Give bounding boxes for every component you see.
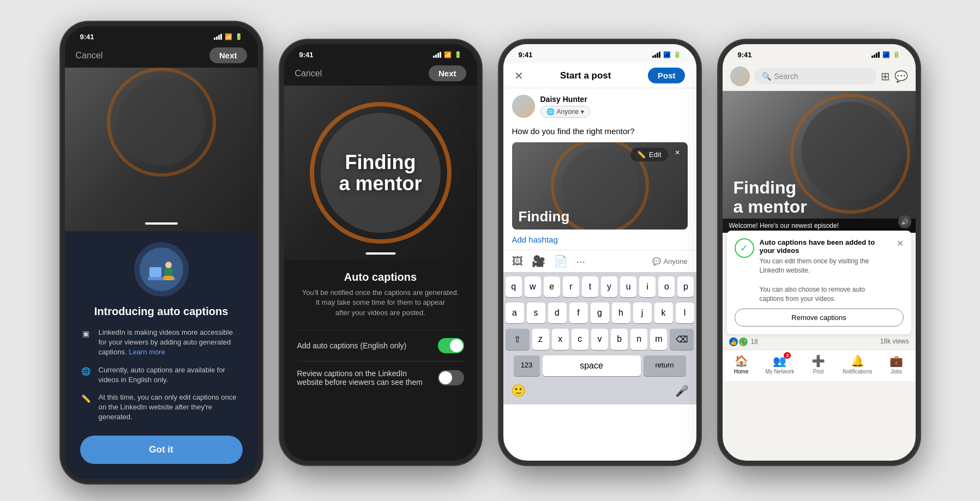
- audience-toolbar[interactable]: 💬 Anyone: [652, 257, 687, 265]
- key-q[interactable]: q: [506, 276, 522, 297]
- cancel-button-2[interactable]: Cancel: [295, 69, 322, 79]
- key-p[interactable]: p: [677, 276, 694, 297]
- learn-more-link[interactable]: Learn more: [129, 348, 165, 356]
- key-e[interactable]: e: [544, 276, 560, 297]
- notif-title: Auto captions have been added to your vi…: [760, 238, 891, 255]
- cancel-button-1[interactable]: Cancel: [76, 51, 103, 61]
- key-shift[interactable]: ⇧: [506, 329, 530, 350]
- notif-body-2: You can also choose to remove auto capti…: [760, 285, 891, 304]
- message-icon[interactable]: 💬: [894, 70, 908, 83]
- nav-tab-home[interactable]: 🏠 Home: [728, 354, 755, 375]
- image-toolbar-icon[interactable]: 🖼: [512, 255, 523, 268]
- bar: [433, 56, 435, 58]
- notch-2: [345, 44, 416, 61]
- person-head: [165, 262, 172, 268]
- remove-captions-button[interactable]: Remove captions: [735, 309, 904, 327]
- key-c[interactable]: c: [572, 329, 588, 350]
- key-n[interactable]: n: [630, 329, 647, 350]
- home-label: Home: [734, 369, 749, 375]
- key-delete[interactable]: ⌫: [670, 329, 694, 350]
- mic-icon[interactable]: 🎤: [675, 384, 689, 397]
- key-u[interactable]: u: [620, 276, 636, 297]
- close-post-button[interactable]: ✕: [514, 69, 524, 82]
- key-123[interactable]: 123: [514, 355, 540, 376]
- post-button[interactable]: Post: [648, 68, 686, 83]
- bar: [435, 55, 437, 58]
- grid-icon[interactable]: ⊞: [881, 70, 890, 83]
- check-circle-icon: ✓: [735, 238, 754, 258]
- feature-text-2: Currently, auto captions are available f…: [99, 365, 243, 385]
- key-k[interactable]: k: [654, 303, 673, 323]
- key-t[interactable]: t: [582, 276, 598, 297]
- key-d[interactable]: d: [548, 303, 567, 323]
- audience-button[interactable]: 🌐 Anyone ▾: [540, 106, 591, 118]
- globe-icon-small: 🌐: [546, 108, 555, 116]
- key-z[interactable]: z: [532, 329, 549, 350]
- nav-tab-notifications[interactable]: 🔔 Notifications: [843, 354, 872, 375]
- audience-label: Anyone: [557, 108, 579, 116]
- battery-icon: 🔋: [235, 33, 243, 40]
- key-j[interactable]: j: [633, 303, 652, 323]
- signal-2: [433, 52, 441, 58]
- key-i[interactable]: i: [639, 276, 656, 297]
- key-space[interactable]: space: [543, 355, 641, 376]
- post-text[interactable]: How do you find the right mentor?: [503, 122, 696, 142]
- wifi-icon-3: 📶: [663, 51, 671, 58]
- phone-2: 9:41 📶 🔋 Cancel Next Finding a mentor Au…: [280, 40, 482, 465]
- feed-video: Finding a mentor Welcome! Here's our new…: [723, 91, 916, 233]
- globe-icon: 🌐: [80, 366, 92, 378]
- feature-item-1: ▣ LinkedIn is making videos more accessi…: [80, 328, 243, 358]
- progress-2: [365, 252, 395, 255]
- notch-1: [126, 26, 197, 43]
- pencil-icon-edit: ✏️: [637, 150, 646, 159]
- key-b[interactable]: b: [611, 329, 628, 350]
- battery-icon-4: 🔋: [893, 51, 900, 58]
- status-icons-3: 📶 🔋: [652, 51, 681, 58]
- remove-image-button[interactable]: ✕: [671, 147, 683, 159]
- key-s[interactable]: s: [527, 303, 545, 323]
- key-o[interactable]: o: [658, 276, 675, 297]
- feed-avatar[interactable]: [730, 67, 750, 86]
- key-l[interactable]: l: [676, 303, 694, 323]
- views-count: 18k views: [880, 337, 909, 346]
- doc-toolbar-icon[interactable]: 📄: [554, 255, 568, 268]
- more-toolbar-icon[interactable]: ···: [576, 255, 586, 268]
- key-r[interactable]: r: [563, 276, 579, 297]
- next-button-2[interactable]: Next: [429, 65, 466, 81]
- nav-tab-post[interactable]: ➕ Post: [805, 354, 832, 375]
- toggle-2[interactable]: [438, 370, 464, 385]
- add-hashtag-button[interactable]: Add hashtag: [503, 230, 696, 250]
- notif-close-button[interactable]: ✕: [897, 238, 904, 249]
- key-w[interactable]: w: [525, 276, 541, 297]
- search-bar[interactable]: 🔍 Search: [754, 68, 876, 84]
- sound-icon[interactable]: 🔊: [898, 215, 911, 228]
- key-h[interactable]: h: [612, 303, 630, 323]
- got-it-button[interactable]: Got it: [80, 436, 243, 464]
- next-button-1[interactable]: Next: [209, 47, 247, 63]
- key-a[interactable]: a: [506, 303, 524, 323]
- phone-4: 9:41 📶 🔋 🔍 Search ⊞ 💬 Finding a mentor: [718, 40, 920, 465]
- post-author-area: Daisy Hunter 🌐 Anyone ▾: [503, 88, 696, 122]
- key-m[interactable]: m: [650, 329, 667, 350]
- video-ring-4: [790, 94, 910, 214]
- toggle-row-2: Review captions on the LinkedInwebsite b…: [297, 361, 464, 394]
- edit-button[interactable]: ✏️ Edit: [630, 148, 668, 161]
- nav-tab-network[interactable]: 👥 2 My Network: [766, 354, 795, 375]
- notification-card: ✓ Auto captions have been added to your …: [727, 231, 911, 334]
- post-title: Start a post: [560, 70, 611, 81]
- key-x[interactable]: x: [552, 329, 569, 350]
- feed-stats: 👍 🎉 18 18k views: [723, 334, 916, 349]
- key-f[interactable]: f: [569, 303, 588, 323]
- key-g[interactable]: g: [591, 303, 609, 323]
- auto-captions-title: Auto captions: [297, 271, 464, 283]
- key-y[interactable]: y: [601, 276, 617, 297]
- nav-tab-jobs[interactable]: 💼 Jobs: [883, 354, 910, 375]
- toggle-1[interactable]: [438, 338, 464, 353]
- emoji-icon[interactable]: 🙂: [511, 384, 526, 398]
- key-return[interactable]: return: [644, 355, 686, 376]
- key-v[interactable]: v: [591, 329, 608, 350]
- video-thumb-1: [65, 68, 258, 231]
- bottom-nav: 🏠 Home 👥 2 My Network ➕ Post 🔔 Notificat…: [723, 349, 916, 381]
- notifications-label: Notifications: [843, 369, 872, 375]
- video-toolbar-icon[interactable]: 🎥: [532, 255, 545, 268]
